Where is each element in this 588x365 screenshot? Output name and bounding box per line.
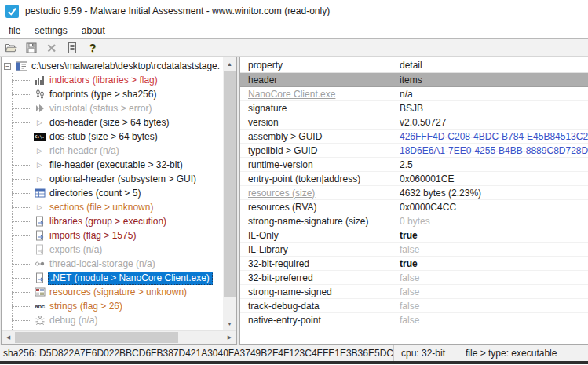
table-row[interactable]: IL-Only true xyxy=(240,228,588,243)
tree-item-dos-header[interactable]: ▷ dos-header (size > 64 bytes) xyxy=(2,115,223,130)
scroll-down-icon[interactable]: ▼ xyxy=(223,317,236,330)
tree-stub xyxy=(12,94,31,95)
open-file-button[interactable] xyxy=(3,40,19,55)
title-bar: pestudio 9.59 - Malware Initial Assessme… xyxy=(0,0,588,22)
scroll-right-icon[interactable]: ▶ xyxy=(223,331,236,344)
table-row[interactable]: IL-Library false xyxy=(240,243,588,257)
collapse-icon[interactable]: − xyxy=(4,63,11,70)
column-header-property[interactable]: property xyxy=(240,57,393,72)
toolbar: ? xyxy=(0,38,588,57)
tree-item-sections[interactable]: ▷ sections (file > unknown) xyxy=(2,200,223,214)
tree-item-file-header[interactable]: ▷ file-header (executable > 32-bit) xyxy=(2,158,223,172)
tree-item-rich-header[interactable]: ▷ rich-header (n/a) xyxy=(2,144,223,158)
tree-item-indicators[interactable]: indicators (libraries > flag) xyxy=(2,73,223,87)
report-button[interactable] xyxy=(64,40,80,55)
table-row[interactable]: native-entry-point false xyxy=(240,313,588,327)
module-name-link[interactable]: NanoCore Client.exe xyxy=(248,89,335,100)
tree-item-resources[interactable]: resources (signature > unknown) xyxy=(2,285,223,299)
tree-item-dos-stub[interactable]: C:\. dos-stub (size > 64 bytes) xyxy=(2,130,223,144)
tree-item-exports[interactable]: exports (n/a) xyxy=(2,243,223,257)
help-button[interactable]: ? xyxy=(85,40,100,55)
table-row[interactable]: assembly > GUID 426FFF4D-C208-4BDC-B784-… xyxy=(240,130,588,144)
tree-stub xyxy=(12,221,31,222)
scroll-up-icon[interactable]: ▲ xyxy=(223,57,236,71)
menu-about[interactable]: about xyxy=(75,22,112,38)
menu-file[interactable]: file xyxy=(2,22,27,38)
window-title: pestudio 9.59 - Malware Initial Assessme… xyxy=(25,5,330,16)
column-header-detail[interactable]: detail xyxy=(393,57,588,72)
page-arrow-icon xyxy=(33,272,46,284)
table-row[interactable]: runtime-version 2.5 xyxy=(240,158,588,172)
tree-stub xyxy=(12,235,31,236)
tree-item-thread-local-storage[interactable]: thread-local-storage (n/a) xyxy=(2,257,223,271)
expander-icon[interactable]: ▷ xyxy=(33,202,46,214)
pestudio-check-icon xyxy=(5,5,19,18)
tree-stub xyxy=(12,207,31,208)
abc-icon: abc xyxy=(33,301,46,312)
save-button[interactable] xyxy=(24,40,39,55)
tree-area: − c:\users\malwarelab\desktop\rcdatalast… xyxy=(2,57,236,330)
typelib-guid-link[interactable]: 18D6E6A1-7EE0-4255-B4BB-8889C8D728D2 xyxy=(400,145,588,156)
menu-settings[interactable]: settings xyxy=(27,22,74,38)
tree-item-imports[interactable]: imports (flag > 1575) xyxy=(2,228,223,243)
table-row[interactable]: version v2.0.50727 xyxy=(240,115,588,130)
close-file-button[interactable] xyxy=(44,40,60,55)
status-bar: sha256: D5D822A7E6D022BBCD6FB387D421A304… xyxy=(0,345,588,361)
tree-item-virustotal[interactable]: virustotal (status > error) xyxy=(2,101,223,115)
table-row[interactable]: signature BSJB xyxy=(240,101,588,115)
tree-item-dotnet[interactable]: .NET (module > NanoCore Client.exe) xyxy=(2,271,223,285)
table-row[interactable]: entry-point (token|address) 0x060001CE xyxy=(240,172,588,186)
tree-item-strings[interactable]: abc strings (flag > 26) xyxy=(2,299,223,313)
tree-stub xyxy=(12,137,31,137)
console-icon: C:\. xyxy=(33,131,46,143)
tree-stub xyxy=(12,306,31,307)
status-cpu: cpu: 32-bit xyxy=(393,345,458,361)
page-arrow-icon xyxy=(33,244,46,256)
tree-item-optional-header[interactable]: ▷ optional-header (subsystem > GUI) xyxy=(2,172,223,186)
tree-stub xyxy=(12,165,31,166)
scroll-left-icon[interactable]: ◀ xyxy=(2,331,15,344)
tree-stub xyxy=(12,80,31,81)
assembly-guid-link[interactable]: 426FFF4D-C208-4BDC-B784-E45B84513C2D xyxy=(400,131,588,142)
property-pane: property detail header items NanoCore Cl… xyxy=(239,57,588,345)
table-row[interactable]: 32-bit-required true xyxy=(240,257,588,271)
tree-item-debug[interactable]: debug (n/a) xyxy=(2,313,223,327)
table-header: property detail xyxy=(240,57,588,73)
tree-item-directories[interactable]: directories (count > 5) xyxy=(2,186,223,200)
table-row[interactable]: resources (RVA) 0x0000C4CC xyxy=(240,200,588,214)
module-window-icon xyxy=(15,60,28,72)
expander-icon[interactable]: ▷ xyxy=(33,173,46,185)
tree-horizontal-scrollbar[interactable]: ◀ ▶ xyxy=(2,330,236,344)
status-sha256: sha256: D5D822A7E6D022BBCD6FB387D421A304… xyxy=(0,348,393,359)
tree-vertical-scrollbar[interactable]: ▲ ▼ xyxy=(223,57,236,330)
open-file-icon xyxy=(5,42,17,54)
table-row[interactable]: track-debug-data false xyxy=(240,299,588,313)
menu-bar: file settings about xyxy=(0,22,588,38)
tree-item-libraries[interactable]: libraries (group > execution) xyxy=(2,214,223,228)
tree-stub xyxy=(12,122,31,123)
table-row[interactable]: 32-bit-preferred false xyxy=(240,271,588,285)
tree-stub xyxy=(12,151,31,151)
footprints-icon xyxy=(33,89,46,100)
resources-size-link[interactable]: resources (size) xyxy=(248,188,315,199)
delete-icon xyxy=(46,42,58,54)
tree-stub xyxy=(12,320,31,321)
tree-item-footprints[interactable]: footprints (type > sha256) xyxy=(2,87,223,101)
expander-icon[interactable]: ▷ xyxy=(33,159,46,171)
table-row[interactable]: strong-name-signed false xyxy=(240,285,588,299)
tree-stub xyxy=(12,278,31,279)
expander-icon[interactable]: ▷ xyxy=(33,117,46,129)
vertical-scroll-thumb[interactable] xyxy=(224,71,236,297)
table-row[interactable]: strong-name-signature (size) 0 bytes xyxy=(240,214,588,228)
grid-icon xyxy=(33,188,46,199)
page-arrow-icon xyxy=(33,230,46,242)
expander-icon[interactable]: ▷ xyxy=(33,145,46,157)
table-row[interactable]: typelibId > GUID 18D6E6A1-7EE0-4255-B4BB… xyxy=(240,144,588,158)
horizontal-scroll-thumb[interactable] xyxy=(15,332,178,343)
tree-root-file[interactable]: − c:\users\malwarelab\desktop\rcdatalast… xyxy=(2,59,223,73)
tree-stub xyxy=(12,250,31,250)
tree-pane: − c:\users\malwarelab\desktop\rcdatalast… xyxy=(1,57,237,345)
table-row[interactable]: NanoCore Client.exe n/a xyxy=(240,87,588,101)
table-row-header-section[interactable]: header items xyxy=(240,73,588,87)
table-row[interactable]: resources (size) 4632 bytes (2.23%) xyxy=(240,186,588,200)
